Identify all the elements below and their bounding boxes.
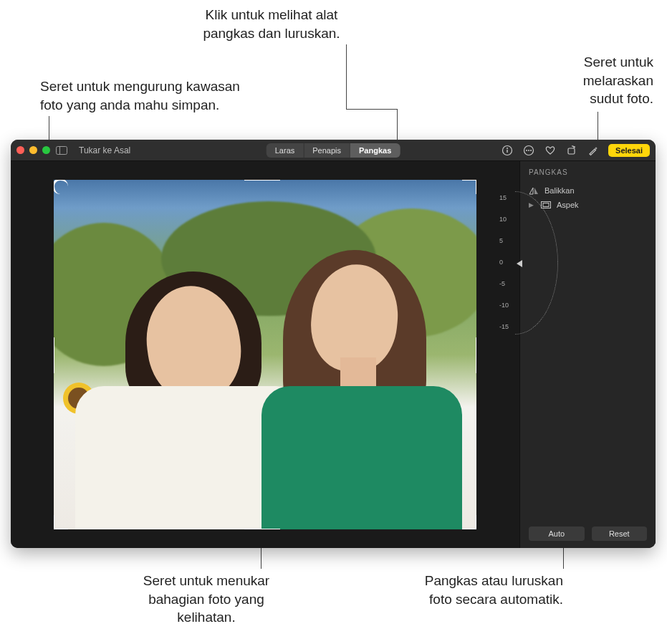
callout-auto-crop: Pangkas atau luruskan foto secara automa…	[398, 572, 563, 608]
svg-point-7	[528, 150, 529, 151]
reset-button[interactable]: Reset	[592, 527, 648, 541]
callout-drag-angle: Seret untuk melaraskan sudut foto.	[560, 53, 653, 108]
svg-rect-11	[543, 203, 549, 207]
tab-filters[interactable]: Penapis	[304, 143, 350, 158]
dial-tick: 10	[499, 216, 507, 223]
svg-rect-9	[568, 148, 575, 154]
photo-crop-region[interactable]	[54, 180, 476, 529]
rotate-icon[interactable]	[565, 144, 578, 157]
sidebar-toggle-icon[interactable]	[56, 146, 67, 155]
svg-point-3	[507, 148, 508, 149]
tab-adjust[interactable]: Laras	[267, 143, 304, 158]
done-button[interactable]: Selesai	[608, 144, 650, 157]
svg-rect-10	[542, 202, 551, 208]
info-icon[interactable]	[501, 144, 514, 157]
svg-point-6	[526, 150, 527, 151]
dial-tick: 0	[499, 259, 503, 266]
dial-tick: -5	[499, 280, 505, 287]
dial-pointer-icon	[517, 260, 522, 267]
callout-drag-enclose: Seret untuk mengurung kawasan foto yang …	[40, 77, 269, 114]
callout-crop-tool: Klik untuk melihat alat pangkas dan luru…	[189, 6, 354, 42]
minimize-window-button[interactable]	[29, 146, 37, 154]
canvas-area	[11, 161, 519, 548]
dial-tick: -10	[499, 302, 509, 309]
auto-enhance-icon[interactable]	[587, 144, 600, 157]
panel-title: PANGKAS	[529, 168, 647, 176]
window-controls	[16, 146, 50, 154]
straighten-dial[interactable]: 15 10 5 0 -5 -10 -15	[472, 191, 515, 335]
svg-point-8	[530, 150, 532, 151]
crop-handle-tl[interactable]	[54, 180, 68, 194]
toolbar-right: Selesai	[501, 144, 650, 157]
crop-handle-br[interactable]	[462, 515, 476, 529]
panel-footer: Auto Reset	[529, 521, 647, 541]
dial-tick: 15	[499, 194, 507, 201]
flip-icon	[529, 186, 539, 195]
svg-rect-4	[507, 150, 507, 153]
dial-arc	[472, 191, 558, 335]
callout-drag-visible: Seret untuk menukar bahagian foto yang k…	[128, 572, 285, 627]
crop-handle-bl[interactable]	[54, 515, 68, 529]
svg-rect-0	[57, 146, 67, 154]
callout-line	[346, 109, 397, 110]
dial-tick: 5	[499, 237, 503, 244]
flip-button[interactable]: Balikkan	[529, 183, 647, 198]
callout-line	[397, 109, 398, 143]
crop-handle-right[interactable]	[476, 337, 476, 373]
titlebar: Tukar ke Asal Laras Penapis Pangkas Sele…	[11, 140, 656, 161]
photos-edit-window: Tukar ke Asal Laras Penapis Pangkas Sele…	[11, 140, 656, 548]
favorite-icon[interactable]	[544, 144, 557, 157]
flip-label: Balikkan	[544, 186, 575, 195]
crop-handle-top[interactable]	[244, 180, 280, 181]
close-window-button[interactable]	[16, 146, 24, 154]
more-icon[interactable]	[522, 144, 535, 157]
tab-crop[interactable]: Pangkas	[350, 143, 400, 158]
aspect-label: Aspek	[557, 201, 579, 209]
zoom-window-button[interactable]	[42, 146, 50, 154]
dial-tick: -15	[499, 323, 509, 330]
auto-button[interactable]: Auto	[529, 527, 585, 541]
callout-line	[346, 44, 347, 109]
aspect-button[interactable]: ▶ Aspek	[529, 198, 647, 212]
photo-content	[261, 271, 462, 529]
workspace: PANGKAS Balikkan ▶ Aspek Auto Reset	[11, 161, 656, 548]
photo-content	[75, 286, 290, 529]
edit-mode-tabs: Laras Penapis Pangkas	[267, 143, 400, 158]
revert-button[interactable]: Tukar ke Asal	[73, 144, 136, 157]
